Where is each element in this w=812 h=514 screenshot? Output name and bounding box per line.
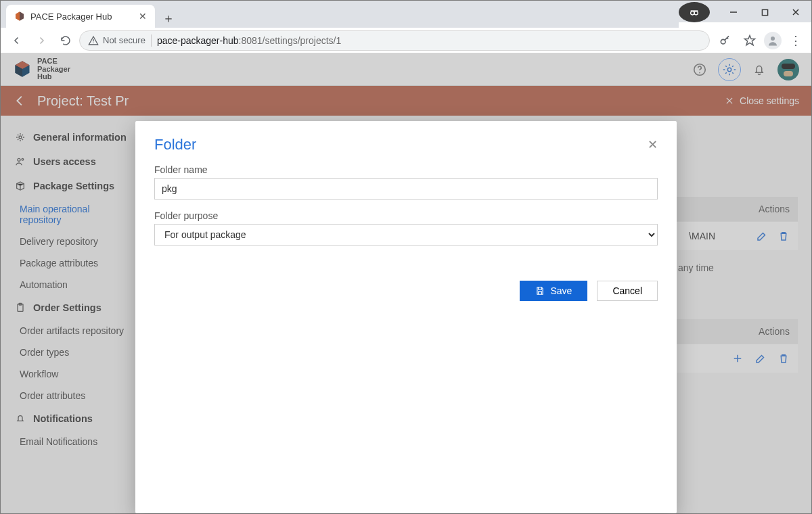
not-secure-indicator[interactable]: Not secure — [88, 35, 145, 46]
window-close[interactable] — [780, 2, 811, 22]
cancel-button[interactable]: Cancel — [597, 281, 658, 301]
browser-menu-icon[interactable]: ⋮ — [786, 30, 806, 51]
folder-purpose-select[interactable]: For output package — [154, 224, 658, 246]
close-tab-icon[interactable]: ✕ — [139, 11, 147, 22]
profile-avatar-icon[interactable] — [764, 32, 782, 49]
not-secure-label: Not secure — [103, 35, 145, 45]
window-maximize[interactable] — [749, 2, 780, 22]
warning-icon — [88, 35, 99, 46]
folder-modal: Folder ✕ Folder name Folder purpose For … — [135, 121, 677, 513]
svg-point-3 — [93, 42, 93, 43]
folder-purpose-label: Folder purpose — [154, 210, 658, 221]
save-button[interactable]: Save — [520, 281, 587, 301]
url-text: pace-packager-hub:8081/settings/projects… — [157, 35, 341, 46]
key-icon[interactable] — [715, 30, 736, 51]
save-label: Save — [550, 285, 572, 296]
nav-reload-icon[interactable] — [55, 30, 76, 51]
browser-tab[interactable]: PACE Packager Hub ✕ — [6, 5, 155, 28]
svg-point-0 — [691, 11, 694, 15]
window-minimize[interactable] — [718, 2, 749, 22]
tab-title: PACE Packager Hub — [30, 11, 112, 22]
nav-forward-icon — [30, 30, 52, 51]
modal-close-icon[interactable]: ✕ — [648, 137, 658, 152]
svg-point-1 — [694, 11, 698, 15]
svg-rect-2 — [762, 9, 767, 15]
save-icon — [535, 286, 545, 296]
svg-point-4 — [721, 39, 725, 44]
incognito-icon — [679, 2, 710, 22]
nav-back-icon[interactable] — [6, 30, 28, 51]
omnibox-divider — [151, 34, 152, 47]
star-icon[interactable] — [740, 30, 760, 51]
modal-title: Folder — [154, 136, 196, 154]
address-bar[interactable]: Not secure pace-packager-hub:8081/settin… — [79, 30, 710, 51]
tab-favicon — [14, 11, 25, 22]
folder-name-label: Folder name — [154, 164, 658, 175]
folder-name-input[interactable] — [154, 178, 658, 200]
svg-point-5 — [771, 37, 775, 41]
new-tab-button[interactable]: ＋ — [159, 9, 178, 28]
cancel-label: Cancel — [612, 285, 642, 296]
